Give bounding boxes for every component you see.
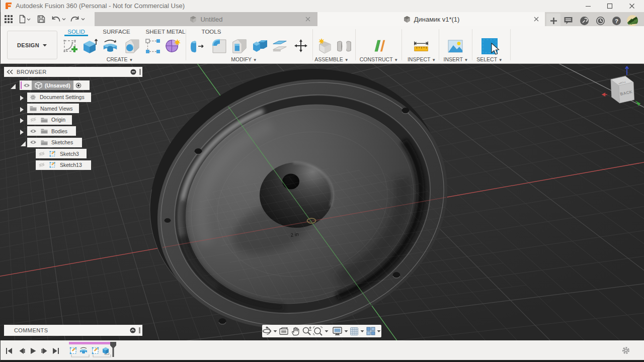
display-settings-button[interactable] xyxy=(332,326,343,337)
help-button[interactable]: ? xyxy=(610,15,622,27)
ribbon-tab-tools[interactable]: TOOLS xyxy=(201,27,222,36)
timeline-step-back-button[interactable] xyxy=(17,346,26,355)
tool-joint-button[interactable] xyxy=(336,38,353,55)
file-menu-button[interactable] xyxy=(16,13,33,25)
ribbon-tab-surface[interactable]: SURFACE xyxy=(103,27,130,36)
document-tab-speaker[interactable]: Динамик v1*(1) xyxy=(317,12,545,26)
tool-shell-button[interactable] xyxy=(231,38,248,55)
notifications-button[interactable] xyxy=(594,15,606,27)
browser-item-sketches[interactable]: Sketches xyxy=(27,138,82,147)
tool-fillet-button[interactable] xyxy=(211,38,228,55)
maximize-button[interactable] xyxy=(601,0,618,12)
browser-item-named-views[interactable]: Named Views xyxy=(27,104,79,113)
tab-label: SHEET METAL xyxy=(146,29,186,35)
browser-item-bodies[interactable]: Bodies xyxy=(27,126,76,136)
save-button[interactable] xyxy=(33,13,49,25)
group-label-select[interactable]: SELECT ▼ xyxy=(467,56,512,62)
expand-expanded-triangle[interactable] xyxy=(20,140,26,146)
comments-panel[interactable]: COMMENTS xyxy=(4,325,142,336)
tool-extrude-button[interactable] xyxy=(81,38,98,55)
visibility-icon[interactable] xyxy=(36,151,47,156)
expand-expanded-triangle[interactable] xyxy=(10,82,16,88)
redo-button[interactable] xyxy=(67,13,87,25)
new-component-icon xyxy=(317,38,333,55)
group-label-text: SELECT xyxy=(476,56,497,62)
panel-grip[interactable] xyxy=(139,69,141,75)
document-tab-untitled[interactable]: Untitled xyxy=(95,12,317,26)
orbit-button[interactable] xyxy=(262,326,272,337)
tab-close-icon[interactable] xyxy=(533,16,540,23)
expand-collapsed-triangle[interactable] xyxy=(20,106,26,112)
ribbon-tab-sheet-metal[interactable]: SHEET METAL xyxy=(146,27,185,36)
tool-measure-button[interactable] xyxy=(413,38,430,55)
pan-button[interactable] xyxy=(290,326,300,337)
activate-radio-button[interactable] xyxy=(73,82,84,88)
tool-move-button[interactable] xyxy=(292,38,309,55)
item-label: (Unsaved) xyxy=(45,82,70,88)
construction-plane-icon xyxy=(371,38,388,55)
undo-button[interactable] xyxy=(49,13,67,25)
grid-icon xyxy=(350,327,359,336)
tab-close-icon[interactable] xyxy=(304,16,311,23)
timeline-play-button[interactable] xyxy=(29,346,38,355)
expand-collapsed-triangle[interactable] xyxy=(20,94,26,100)
browser-item-origin[interactable]: Origin xyxy=(27,115,72,125)
workspace-selector[interactable]: DESIGN xyxy=(7,31,57,59)
app-menu-button[interactable] xyxy=(1,13,16,25)
tool-create-sketch-button[interactable] xyxy=(62,38,79,55)
tool-offset-face-button[interactable] xyxy=(271,38,288,55)
panel-minimize-icon[interactable] xyxy=(130,69,136,75)
fit-dropdown[interactable] xyxy=(324,326,329,337)
item-label: Named Views xyxy=(38,106,76,112)
minimize-button[interactable] xyxy=(580,0,597,12)
browser-item-document-settings[interactable]: Document Settings xyxy=(27,93,91,102)
display-settings-dropdown[interactable] xyxy=(344,326,349,337)
tool-construction-plane-button[interactable] xyxy=(371,38,388,55)
tool-combine-button[interactable] xyxy=(252,38,269,55)
tool-new-component-button[interactable] xyxy=(316,38,334,55)
browser-item-sketch13[interactable]: Sketch13 xyxy=(36,160,91,170)
close-button[interactable] xyxy=(623,0,640,12)
tool-create-form-button[interactable] xyxy=(164,38,181,55)
fit-icon xyxy=(313,326,323,336)
timeline-go-to-start-button[interactable] xyxy=(5,346,14,355)
fit-button[interactable] xyxy=(313,326,323,337)
expand-collapsed-triangle[interactable] xyxy=(20,117,26,123)
user-avatar[interactable] xyxy=(626,15,638,27)
collapse-panel-icon[interactable] xyxy=(7,69,14,74)
tool-insert-image-button[interactable] xyxy=(447,38,464,55)
visibility-icon[interactable] xyxy=(27,140,38,145)
tool-rectangular-pattern-button[interactable] xyxy=(144,38,162,55)
timeline-settings-gear-icon[interactable] xyxy=(621,346,630,355)
grid-settings-dropdown[interactable] xyxy=(360,326,365,337)
group-label-modify[interactable]: MODIFY ▼ xyxy=(221,56,267,62)
visibility-icon[interactable] xyxy=(22,83,32,88)
panel-grip[interactable] xyxy=(139,327,140,333)
visibility-icon[interactable] xyxy=(27,117,38,122)
viewports-button[interactable] xyxy=(366,326,375,337)
zoom-button[interactable] xyxy=(301,326,312,337)
timeline-step-forward-button[interactable] xyxy=(40,346,49,355)
browser-item--unsaved-[interactable]: (Unsaved) xyxy=(20,80,90,90)
viewports-dropdown[interactable] xyxy=(376,326,381,337)
new-tab-button[interactable] xyxy=(546,14,560,28)
job-status-button[interactable] xyxy=(578,15,590,27)
timeline-go-to-end-button[interactable] xyxy=(51,346,60,355)
visibility-icon[interactable] xyxy=(36,162,47,167)
tool-revolve-button[interactable] xyxy=(102,38,119,55)
group-label-assemble[interactable]: ASSEMBLE ▼ xyxy=(309,56,354,62)
tool-press-pull-button[interactable] xyxy=(189,38,206,55)
group-label-create[interactable]: CREATE ▼ xyxy=(97,56,142,62)
comments-button[interactable] xyxy=(562,15,574,27)
look-at-button[interactable] xyxy=(279,326,289,337)
tool-hole-button[interactable] xyxy=(124,38,141,55)
panel-expand-icon[interactable] xyxy=(130,327,136,333)
visibility-icon[interactable] xyxy=(27,129,38,134)
browser-header[interactable]: BROWSER xyxy=(4,67,142,77)
grid-settings-button[interactable] xyxy=(349,326,359,337)
browser-item-sketch3[interactable]: Sketch3 xyxy=(36,149,87,158)
timeline-rollup-bar[interactable] xyxy=(69,342,112,344)
group-label-construct[interactable]: CONSTRUCT ▼ xyxy=(356,56,401,62)
orbit-dropdown[interactable] xyxy=(273,326,278,337)
expand-collapsed-triangle[interactable] xyxy=(20,128,26,134)
